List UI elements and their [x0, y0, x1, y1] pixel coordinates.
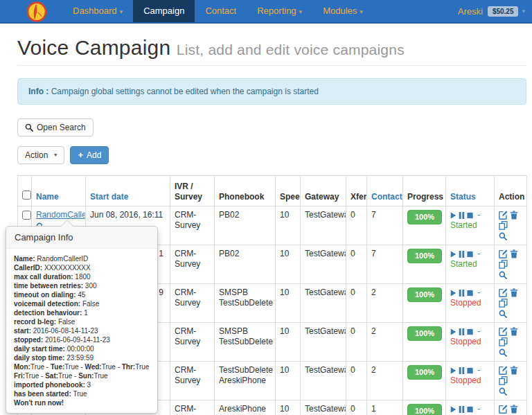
open-search-button[interactable]: Open Search [17, 118, 94, 136]
phonebook: SMSPBTestSubDelete [215, 284, 276, 323]
speed: 10 [276, 362, 301, 400]
gateway: TestGateway [301, 245, 346, 284]
popover-line: time between retries: 300 [14, 281, 150, 290]
stop-icon[interactable] [467, 290, 473, 297]
contacts: 2 [367, 323, 403, 362]
search-icon[interactable] [499, 348, 507, 357]
delete-icon[interactable] [510, 405, 518, 414]
stop-icon[interactable] [467, 212, 473, 219]
balance-badge[interactable]: $50.25 [488, 6, 519, 17]
ivr-survey: CRM-Survey [170, 206, 215, 245]
edit-icon[interactable] [499, 249, 508, 258]
info-alert: Info : Campaign global settings cannot b… [17, 78, 526, 105]
delete-icon[interactable] [510, 249, 518, 258]
status-text: Started [450, 220, 490, 231]
popover-line: daily start time: 00:00:00 [14, 344, 150, 353]
chevron-down-icon: ▾ [522, 8, 525, 15]
popover-line: CallerID: XXXXXXXXXX [14, 263, 150, 272]
xfer: 0 [346, 284, 367, 323]
play-icon[interactable] [450, 290, 456, 297]
duplicate-icon[interactable] [499, 376, 508, 385]
contacts: 2 [367, 284, 403, 323]
nav-item-modules[interactable]: Modules▾ [312, 0, 373, 22]
delete-icon[interactable] [510, 288, 518, 297]
status-controls: - [450, 404, 490, 414]
pause-icon[interactable] [459, 367, 465, 374]
column-header-contacts[interactable]: Contacts [367, 176, 403, 206]
nav-menu: Dashboard▾CampaignContactReporting▾Modul… [62, 0, 373, 22]
pause-icon[interactable] [459, 290, 465, 297]
edit-icon[interactable] [499, 211, 508, 220]
popover-title: Campaign Info [6, 227, 157, 249]
progress-badge: 100% [407, 288, 442, 302]
status-controls: - [450, 365, 490, 376]
pause-icon[interactable] [459, 328, 465, 335]
edit-icon[interactable] [499, 366, 508, 375]
app-logo-icon[interactable] [26, 1, 47, 22]
popover-line: detection behaviour: 1 [14, 308, 150, 317]
duplicate-icon[interactable] [499, 299, 508, 308]
duplicate-icon[interactable] [499, 260, 508, 269]
contacts: 1 [367, 400, 403, 415]
stop-icon[interactable] [467, 406, 473, 413]
popover-line: Name: RandomCallerID [14, 254, 150, 263]
gateway: TestGateway [301, 284, 346, 323]
delete-icon[interactable] [510, 327, 518, 336]
add-label: Add [87, 150, 101, 160]
contacts: 7 [367, 206, 403, 245]
open-search-label: Open Search [37, 123, 86, 132]
search-icon[interactable] [499, 310, 507, 318]
nav-item-campaign[interactable]: Campaign [133, 0, 195, 22]
add-button[interactable]: + Add [70, 146, 109, 164]
plus-icon: + [78, 150, 83, 160]
play-icon[interactable] [450, 406, 456, 413]
column-header-ivr-survey: IVR / Survey [170, 176, 215, 206]
column-header-start-date[interactable]: Start date [86, 176, 170, 206]
popover-line: timeout on dialing: 45 [14, 290, 150, 299]
ivr-survey: CRM-Survey [170, 323, 215, 362]
nav-item-contact[interactable]: Contact [195, 0, 247, 22]
row-checkbox[interactable] [22, 211, 31, 220]
user-name[interactable]: Areski [458, 6, 483, 17]
select-all-checkbox[interactable] [22, 191, 31, 200]
delete-icon[interactable] [510, 366, 518, 375]
search-icon[interactable] [499, 271, 507, 279]
nav-item-label: Campaign [143, 6, 184, 16]
column-header-select [18, 176, 32, 206]
info-alert-label: Info : [28, 87, 48, 96]
edit-icon[interactable] [499, 288, 508, 297]
pause-icon[interactable] [459, 406, 465, 413]
play-icon[interactable] [450, 212, 456, 219]
stop-icon[interactable] [467, 367, 473, 374]
edit-icon[interactable] [499, 327, 508, 336]
play-icon[interactable] [450, 328, 456, 335]
nav-item-label: Contact [205, 6, 236, 16]
stop-icon[interactable] [467, 328, 473, 335]
delete-icon[interactable] [510, 211, 518, 220]
column-header-phonebook: Phonebook [215, 176, 276, 206]
phonebook: TestSubDeleteAreskiPhone [215, 362, 276, 400]
nav-item-dashboard[interactable]: Dashboard▾ [62, 0, 133, 22]
nav-item-reporting[interactable]: Reporting▾ [247, 0, 312, 22]
column-header-name[interactable]: Name [32, 176, 86, 206]
action-dropdown-button[interactable]: Action ▾ [17, 146, 64, 164]
ivr-survey: CRM-Survey [170, 245, 215, 284]
popover-line: record b-leg: False [14, 317, 150, 326]
pause-icon[interactable] [459, 251, 465, 258]
popover-line: has been started: True [14, 389, 150, 398]
duplicate-icon[interactable] [499, 221, 508, 230]
contacts: 2 [367, 362, 403, 400]
column-header-gateway: Gateway [301, 176, 346, 206]
search-icon[interactable] [499, 232, 507, 240]
campaign-name-link[interactable]: RandomCallerID [36, 210, 86, 220]
edit-icon[interactable] [499, 405, 508, 414]
duplicate-icon[interactable] [499, 337, 508, 346]
user-menu[interactable]: Areski $50.25 ▾ [458, 0, 532, 22]
play-icon[interactable] [450, 251, 456, 258]
column-header-status[interactable]: Status [446, 176, 495, 206]
play-icon[interactable] [450, 367, 456, 374]
ivr-survey: CRM-Survey [170, 284, 215, 323]
pause-icon[interactable] [459, 212, 465, 219]
stop-icon[interactable] [467, 251, 473, 258]
search-icon[interactable] [499, 387, 507, 396]
